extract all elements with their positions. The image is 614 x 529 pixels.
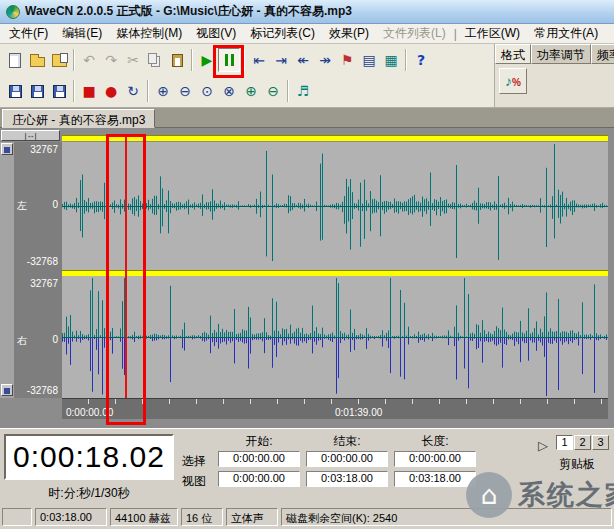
zoom-full-button[interactable]: ⊗ (218, 79, 240, 103)
cut-button[interactable]: ✂ (122, 48, 144, 72)
ruler-start-label: 0:00:00.00 (66, 407, 113, 418)
left-max-label: 32767 (30, 144, 58, 155)
redo-icon: ↷ (105, 53, 117, 67)
zoom-out-button[interactable]: ⊖ (174, 79, 196, 103)
toolbar-separator (191, 49, 193, 71)
new-file-icon (9, 53, 21, 68)
cut-icon: ✂ (127, 53, 139, 67)
play-button[interactable]: ▶ (196, 48, 218, 72)
column-header-end: 结束: (306, 433, 388, 450)
stop-button[interactable]: ■ (78, 79, 100, 103)
clipboard-slot-3-button[interactable]: 3 (592, 435, 609, 450)
goto-end-button[interactable]: ⇥ (270, 48, 292, 72)
add-marker-icon: ⚑ (341, 53, 354, 67)
preview-play-icon[interactable]: ▷ (538, 438, 548, 453)
time-display-value: 0:00:18.02 (13, 440, 165, 474)
selection-end-field[interactable]: 0:00:00.00 (306, 451, 388, 467)
stop-icon: ■ (82, 84, 95, 98)
clipboard-label: 剪贴板 (542, 456, 612, 473)
snap-grid-button[interactable]: ▦ (380, 48, 402, 72)
redo-button[interactable]: ↷ (100, 48, 122, 72)
zoom-in-button[interactable]: ⊕ (152, 79, 174, 103)
right-channel-button[interactable] (1, 384, 13, 396)
new-file-button[interactable] (4, 48, 26, 72)
panel-tab-power[interactable]: 功率调节 (531, 44, 591, 64)
goto-start-button[interactable]: ⇤ (248, 48, 270, 72)
paste-button[interactable] (166, 48, 188, 72)
loop-button[interactable]: ↻ (122, 79, 144, 103)
clipboard-slot-1-button[interactable]: 1 (556, 435, 573, 450)
waveform-right-channel[interactable] (62, 276, 608, 398)
add-marker-button[interactable]: ⚑ (336, 48, 358, 72)
wavecn-window: WaveCN 2.0.0.5 正式版 - G:\Music\庄心妍 - 真的不容… (0, 0, 614, 529)
menu-common-files[interactable]: 常用文件(A) (527, 23, 605, 44)
status-total-length: 0:03:18.00 (35, 508, 107, 526)
time-format-label: 时:分:秒/1/30秒 (4, 485, 174, 502)
menu-file[interactable]: 文件(F) (2, 23, 55, 44)
selection-end-button[interactable]: ↠ (314, 48, 336, 72)
zoom-vertical-out-button[interactable]: ⊖ (262, 79, 284, 103)
zoom-selection-button[interactable]: ⊙ (196, 79, 218, 103)
row-label-view: 视图 (182, 473, 216, 490)
status-grip (2, 508, 32, 526)
panel-tab-format[interactable]: 格式 (495, 44, 531, 64)
time-ruler[interactable]: 0:00:00.00 0:01:39.00 (62, 398, 608, 419)
record-button[interactable]: ● (100, 79, 122, 103)
undo-icon: ↶ (83, 53, 95, 67)
selection-start-field[interactable]: 0:00:00.00 (218, 451, 300, 467)
panel-tab-frequency[interactable]: 频率 (591, 44, 614, 64)
document-tab[interactable]: 庄心妍 - 真的不容易.mp3 (2, 109, 155, 128)
percent-icon: % (512, 77, 521, 88)
goto-start-icon: ⇤ (253, 53, 265, 67)
audio-properties-icon: ♬ (297, 84, 310, 98)
zoom-vertical-in-button[interactable]: ⊕ (240, 79, 262, 103)
menu-effects[interactable]: 效果(P) (322, 23, 376, 44)
view-length-field[interactable]: 0:03:18.00 (394, 471, 476, 487)
toolbar-row-2: ■●↻⊕⊖⊙⊗⊕⊖♬ (0, 76, 493, 106)
menu-marker-list[interactable]: 标记列表(C) (243, 23, 322, 44)
marker-list-button[interactable]: ▤ (358, 48, 380, 72)
playback-cursor[interactable] (125, 136, 127, 398)
selection-table: 开始:结束:长度:选择0:00:00.000:00:00.000:00:00.0… (182, 433, 482, 493)
view-start-field[interactable]: 0:00:00.00 (218, 471, 300, 487)
copy-button[interactable] (144, 48, 166, 72)
snap-grid-icon: ▦ (384, 53, 397, 67)
left-channel-button[interactable] (1, 143, 13, 155)
selection-start-button[interactable]: ↞ (292, 48, 314, 72)
goto-end-icon: ⇥ (275, 53, 287, 67)
view-end-field[interactable]: 0:03:18.00 (306, 471, 388, 487)
save-as-button[interactable] (26, 79, 48, 103)
selection-length-field[interactable]: 0:00:00.00 (394, 451, 476, 467)
status-channels: 立体声 (226, 508, 278, 526)
help-button[interactable]: ? (410, 48, 432, 72)
save-button[interactable] (4, 79, 26, 103)
left-channel-name: 左 (17, 199, 27, 213)
menu-edit[interactable]: 编辑(E) (55, 23, 109, 44)
toolbar-separator (405, 49, 407, 71)
save-selection-button[interactable] (48, 79, 70, 103)
zoom-full-icon: ⊗ (223, 84, 235, 98)
toolbar: ↶↷✂▶⇤⇥↞↠⚑▤▦? ■●↻⊕⊖⊙⊗⊕⊖♬ 格式功率调节频率 ♪% (0, 44, 614, 108)
save-icon (9, 85, 22, 98)
pause-button[interactable] (218, 48, 240, 72)
ruler-mid-label: 0:01:39.00 (335, 407, 382, 418)
waveform-left-channel[interactable] (62, 142, 608, 270)
menu-workspace[interactable]: 工作区(W) (458, 23, 527, 44)
paste-icon (172, 54, 183, 67)
fit-width-button[interactable]: |↔| (1, 130, 60, 141)
right-min-label: -32768 (27, 385, 58, 396)
transport-panel: 0:00:18.02 时:分:秒/1/30秒 开始:结束:长度:选择0:00:0… (0, 428, 614, 505)
menu-view[interactable]: 视图(V) (189, 23, 243, 44)
left-min-label: -32768 (27, 256, 58, 267)
undo-button[interactable]: ↶ (78, 48, 100, 72)
open-recent-button[interactable] (48, 48, 70, 72)
save-selection-icon (53, 85, 66, 98)
pause-icon (225, 54, 234, 66)
menu-file-list[interactable]: 文件列表(L) (376, 23, 453, 44)
menu-media-control[interactable]: 媒体控制(M) (109, 23, 189, 44)
audio-properties-button[interactable]: ♬ (292, 79, 314, 103)
format-panel-button[interactable]: ♪% (499, 68, 527, 94)
open-file-button[interactable] (26, 48, 48, 72)
clipboard-slot-2-button[interactable]: 2 (574, 435, 591, 450)
marker-list-icon: ▤ (362, 53, 375, 67)
